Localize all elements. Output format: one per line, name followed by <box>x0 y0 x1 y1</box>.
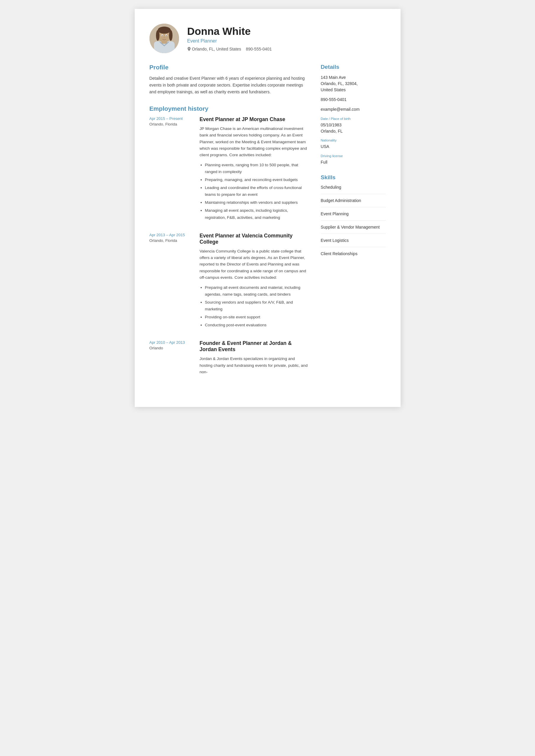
job-2-right: Event Planner at Valencia Community Coll… <box>200 233 309 330</box>
list-item: Providing on-site event support <box>205 313 309 320</box>
list-item: Preparing all event documents and materi… <box>205 284 309 298</box>
avatar <box>150 24 179 53</box>
job-3-date: Apr 2010 – Apr 2013 <box>150 340 194 345</box>
address-line2: Orlando, FL, 32804, <box>321 81 358 86</box>
header-info: Donna White Event Planner Orlando, FL, U… <box>187 25 272 51</box>
list-item: Sourcing vendors and suppliers for A/V, … <box>205 299 309 312</box>
header-location: Orlando, FL, United States <box>192 47 241 51</box>
skill-item-6: Client Relationships <box>321 251 386 260</box>
details-section-title: Details <box>321 64 386 70</box>
job-1-title: Event Planner at JP Morgan Chase <box>200 116 309 122</box>
job-3-title: Founder & Event Planner at Jordan & Jord… <box>200 340 309 353</box>
job-1-desc: JP Morgan Chase is an American multinati… <box>200 125 309 159</box>
list-item: Preparing, managing, and reconciling eve… <box>205 176 309 183</box>
candidate-name: Donna White <box>187 25 272 37</box>
skill-item-1: Scheduling <box>321 185 386 194</box>
resume-container: Donna White Event Planner Orlando, FL, U… <box>135 9 401 407</box>
driving-value: Full <box>321 160 327 165</box>
header-location-line: Orlando, FL, United States 890-555-0401 <box>187 47 272 51</box>
dob-value: 05/10/1983 <box>321 122 342 127</box>
nationality-value: USA <box>321 144 329 149</box>
job-2-bullets: Preparing all event documents and materi… <box>200 284 309 329</box>
profile-text: Detailed and creative Event Planner with… <box>150 75 309 96</box>
job-entry-2: Apr 2013 – Apr 2015 Orlando, Florida Eve… <box>150 233 309 330</box>
job-1-location: Orlando, Florida <box>150 122 194 126</box>
job-3-location: Orlando <box>150 346 194 350</box>
skill-item-3: Event Planning <box>321 211 386 221</box>
svg-point-6 <box>169 30 173 41</box>
job-3-desc: Jordan & Jordan Events specializes in or… <box>200 356 309 375</box>
skill-item-5: Event Logistics <box>321 238 386 247</box>
header-section: Donna White Event Planner Orlando, FL, U… <box>150 24 386 53</box>
detail-address: 143 Main Ave Orlando, FL, 32804, United … <box>321 74 386 93</box>
svg-point-4 <box>158 27 171 34</box>
job-2-location: Orlando, Florida <box>150 238 194 243</box>
job-3-right: Founder & Event Planner at Jordan & Jord… <box>200 340 309 378</box>
list-item: Managing all event aspects, including lo… <box>205 207 309 221</box>
job-1-right: Event Planner at JP Morgan Chase JP Morg… <box>200 116 309 222</box>
job-entry-3: Apr 2010 – Apr 2013 Orlando Founder & Ev… <box>150 340 309 378</box>
job-1-date: Apr 2015 – Present <box>150 116 194 121</box>
candidate-title: Event Planner <box>187 39 272 44</box>
detail-dob: Date / Place of birth 05/10/1983 Orlando… <box>321 116 386 135</box>
header-phone: 890-555-0401 <box>246 47 272 51</box>
job-1-bullets: Planning events, ranging from 10 to 500 … <box>200 162 309 221</box>
svg-point-9 <box>162 35 162 36</box>
dob-place: Orlando, FL <box>321 129 343 133</box>
nationality-label: Nationality <box>321 138 386 143</box>
address-line1: 143 Main Ave <box>321 75 346 80</box>
job-3-left: Apr 2010 – Apr 2013 Orlando <box>150 340 194 378</box>
svg-point-5 <box>156 30 159 41</box>
job-2-left: Apr 2013 – Apr 2015 Orlando, Florida <box>150 233 194 330</box>
left-column: Profile Detailed and creative Event Plan… <box>150 64 309 389</box>
list-item: Maintaining relationships with vendors a… <box>205 199 309 206</box>
list-item: Leading and coordinated the efforts of c… <box>205 184 309 198</box>
dob-label: Date / Place of birth <box>321 116 386 122</box>
profile-section-title: Profile <box>150 64 309 71</box>
svg-point-11 <box>164 37 165 38</box>
right-column: Details 143 Main Ave Orlando, FL, 32804,… <box>321 64 386 389</box>
job-entry-1: Apr 2015 – Present Orlando, Florida Even… <box>150 116 309 222</box>
skills-section-title: Skills <box>321 174 386 181</box>
address-line3: United States <box>321 87 346 92</box>
job-2-title: Event Planner at Valencia Community Coll… <box>200 233 309 245</box>
job-2-date: Apr 2013 – Apr 2015 <box>150 233 194 237</box>
svg-point-10 <box>166 35 167 36</box>
detail-driving: Driving license Full <box>321 153 386 165</box>
job-1-left: Apr 2015 – Present Orlando, Florida <box>150 116 194 222</box>
location-icon: Orlando, FL, United States <box>187 47 241 51</box>
detail-nationality: Nationality USA <box>321 138 386 150</box>
list-item: Planning events, ranging from 10 to 500 … <box>205 162 309 175</box>
skill-item-4: Supplier & Vendor Management <box>321 225 386 234</box>
job-2-desc: Valencia Community College is a public s… <box>200 248 309 281</box>
main-layout: Profile Detailed and creative Event Plan… <box>150 64 386 389</box>
list-item: Conducting post-event evaluations <box>205 322 309 328</box>
driving-label: Driving license <box>321 153 386 159</box>
detail-phone: 890-555-0401 <box>321 96 386 103</box>
detail-email: example@email.com <box>321 106 386 113</box>
skill-item-2: Budget Administration <box>321 198 386 207</box>
employment-section-title: Employment history <box>150 105 309 112</box>
